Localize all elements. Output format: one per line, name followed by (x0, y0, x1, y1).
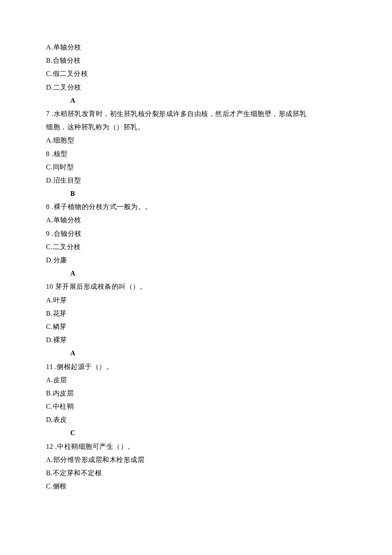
q12-option-c: C.侧根 (46, 479, 346, 493)
q11-stem: 11 .侧根起源于（）。 (46, 360, 346, 373)
q12-stem: 12 .中柱鞘细胞可产生（）。 (46, 440, 346, 453)
q11-option-a: A.皮层 (46, 373, 346, 386)
q10-option-c: C.鳞芽 (46, 320, 346, 333)
q11-answer: C (46, 426, 346, 439)
q7-stem-line1: 7 .水稻胚乳发育时，初生胚乳核分裂形成许多自由核，然后才产生细胞壁，形成胚乳 (46, 107, 346, 120)
q8-answer: A (46, 267, 346, 280)
q6-answer: A (46, 94, 346, 107)
q10-option-a: A.叶芽 (46, 293, 346, 307)
q12-option-b: B.不定芽和不定根 (46, 466, 346, 479)
q8-stem: 8 .裸子植物的分枝方式一般为。。 (46, 200, 346, 213)
q12-option-a: A.部分维管形成层和木栓形成层 (46, 453, 346, 466)
q11-option-c: C.中柱鞘 (46, 400, 346, 413)
q6-option-d: D.二叉分枝 (46, 81, 346, 94)
q6-option-b: B.合轴分枝 (46, 54, 346, 67)
q11-option-d: D.表皮 (46, 413, 346, 426)
q8-option-d: D.分廉 (46, 253, 346, 267)
q7-option-d: D.沼生目型 (46, 174, 346, 187)
q6-option-c: C.假二叉分枝 (46, 67, 346, 80)
q7-option-b: 8 .核型 (46, 147, 346, 160)
q7-option-c: C.同时型 (46, 160, 346, 174)
q10-option-d: D.裸芽 (46, 333, 346, 346)
q11-option-b: B.内皮层 (46, 386, 346, 400)
q6-option-a: A.单轴分枝 (46, 41, 346, 54)
q8-option-a: A.单轴分枝 (46, 213, 346, 227)
q7-answer: B (46, 187, 346, 200)
q8-option-c: C.二叉分枝 (46, 240, 346, 253)
q8-option-b: 9 .合轴分枝 (46, 227, 346, 240)
q10-option-b: B.花芽 (46, 307, 346, 320)
q10-answer: A (46, 346, 346, 360)
q10-stem: 10 芽开展后形成枝条的叫（）。 (46, 280, 346, 293)
q7-option-a: A.细胞型 (46, 134, 346, 147)
q7-stem-line2: 细胞，这种胚乳称为（）胚乳。 (46, 120, 346, 134)
